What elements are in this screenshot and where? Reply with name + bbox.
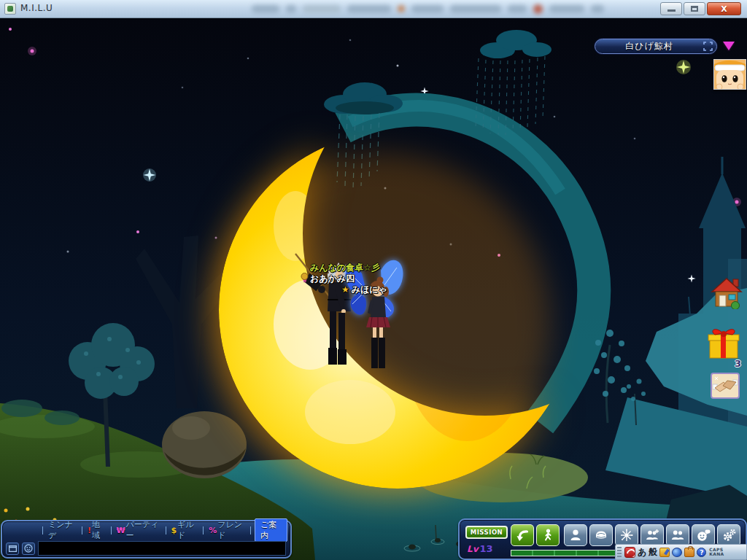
car-button[interactable] [589, 524, 613, 546]
ime-input-mode[interactable]: あ [638, 548, 646, 556]
app-icon [4, 3, 16, 15]
location-label: 白ひげ鯨村 [595, 40, 703, 52]
player-avatar[interactable] [713, 59, 746, 90]
emote-button[interactable] [22, 542, 35, 555]
dropdown-arrow-icon[interactable] [723, 42, 735, 50]
chat-tab-area[interactable]: !地域 [86, 518, 107, 542]
game-viewport: みんなの食卓☆彡 おあかみ四 ★みほにゃ 白ひげ鯨村 [0, 18, 747, 560]
crescent-moon [219, 131, 576, 489]
window-title: M.I.L.U [20, 3, 53, 13]
chat-panel: ミンナデ !地域 ₩パーティー $ギルド %フレンド ご案内 [1, 520, 292, 559]
chat-tab-info[interactable]: ご案内 [255, 518, 287, 542]
ime-toolbox-icon[interactable] [684, 548, 694, 557]
friends-button[interactable] [666, 524, 689, 546]
maximize-icon [691, 6, 698, 12]
chat-tab-all[interactable]: ミンナデ [47, 518, 78, 542]
ime-tools-icon[interactable] [659, 548, 670, 557]
chat-tab-party[interactable]: ₩パーティー [115, 518, 161, 542]
rock [162, 411, 247, 478]
chat-window-toggle-button[interactable] [6, 542, 19, 555]
back-arrow-button[interactable] [511, 524, 534, 546]
home-icon[interactable] [709, 276, 744, 309]
expand-map-icon[interactable] [703, 42, 713, 51]
minimize-button[interactable] [660, 2, 682, 15]
walk-mode-button[interactable] [536, 524, 560, 546]
window-titlebar: M.I.L.U X [0, 0, 747, 18]
ime-dictionary-icon[interactable] [672, 548, 682, 557]
chat-bubble-button[interactable] [692, 524, 715, 546]
add-friend-button[interactable] [640, 524, 664, 546]
trade-handshake-icon[interactable] [711, 373, 740, 399]
medal-icon [301, 273, 309, 285]
exp-bar [511, 550, 619, 556]
mission-button[interactable]: MISSION [465, 526, 508, 539]
star-icon: ★ [341, 284, 349, 295]
chat-input[interactable] [38, 541, 286, 556]
effects-button[interactable] [615, 524, 638, 546]
blurred-toolbar [252, 3, 604, 15]
chat-tab-friend[interactable]: %フレンド [207, 518, 247, 542]
character-button[interactable] [564, 524, 587, 546]
ime-help-icon[interactable]: ? [697, 548, 706, 557]
player2-name-label: ★みほにゃ [341, 284, 387, 296]
minimize-icon [667, 9, 676, 12]
maximize-button[interactable] [684, 2, 705, 15]
ime-conversion-mode[interactable]: 般 [649, 548, 657, 556]
gift-icon[interactable]: 3 [705, 324, 743, 365]
chat-tab-bar: ミンナデ !地域 ₩パーティー $ギルド %フレンド ご案内 [39, 524, 287, 537]
ime-grip-handle[interactable] [617, 547, 622, 557]
level-display: Lv13 [467, 541, 493, 555]
location-dropdown[interactable]: 白ひげ鯨村 [595, 39, 717, 54]
settings-gear-button[interactable] [717, 524, 740, 546]
close-button[interactable]: X [707, 2, 741, 15]
ime-logo-icon[interactable] [624, 547, 635, 558]
chat-tab-guild[interactable]: $ギルド [169, 518, 199, 542]
game-window: みんなの食卓☆彡 おあかみ四 ★みほにゃ 白ひげ鯨村 [0, 0, 747, 560]
ime-language-bar: あ 般 ? CAPSKANA [615, 544, 747, 560]
ime-lock-indicators: CAPSKANA [709, 548, 724, 556]
